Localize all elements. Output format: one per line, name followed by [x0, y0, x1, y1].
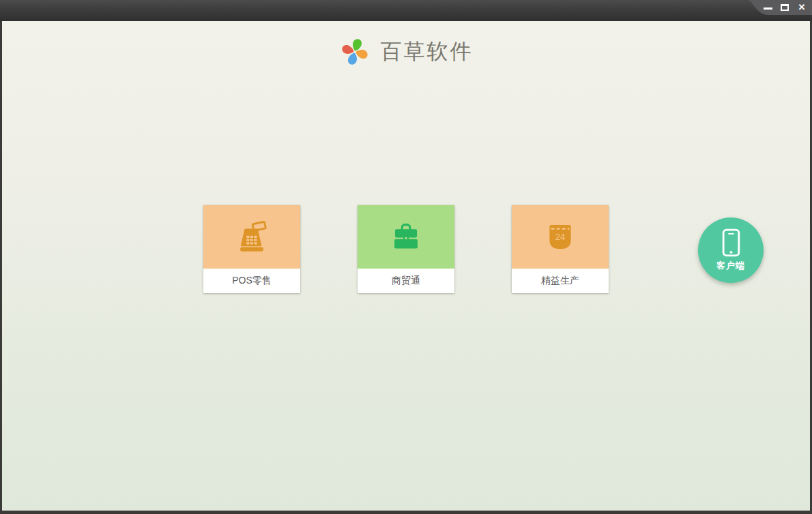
main-content: 百草软件 POS零售	[2, 21, 810, 511]
cash-register-icon	[235, 221, 269, 253]
lean-card-label: 精益生产	[512, 269, 609, 293]
maximize-button[interactable]	[779, 2, 790, 13]
product-card-pos-retail[interactable]: POS零售	[203, 205, 300, 293]
product-card-lean-production[interactable]: 24 精益生产	[512, 205, 609, 293]
pos-tile	[203, 205, 300, 269]
trade-card-label: 商贸通	[358, 269, 454, 293]
pos-card-label: POS零售	[203, 269, 300, 293]
briefcase-icon	[389, 221, 423, 253]
client-button[interactable]: 客户端	[698, 217, 764, 283]
lean-tile: 24	[512, 205, 609, 269]
calendar-icon: 24	[543, 221, 577, 253]
minimize-icon	[764, 7, 772, 10]
app-title: 百草软件	[381, 37, 474, 66]
product-card-trade[interactable]: 商贸通	[358, 205, 454, 293]
maximize-icon	[781, 4, 789, 11]
window-titlebar[interactable]: ✕	[0, 0, 812, 21]
pinwheel-logo-icon	[339, 36, 371, 67]
trade-tile	[358, 205, 454, 269]
calendar-day-number: 24	[555, 232, 565, 242]
close-button[interactable]: ✕	[796, 2, 807, 13]
app-header: 百草软件	[2, 36, 810, 67]
window-controls: ✕	[762, 0, 807, 14]
minimize-button[interactable]	[762, 2, 773, 13]
smartphone-icon	[722, 228, 740, 257]
client-button-label: 客户端	[716, 260, 745, 272]
close-icon: ✕	[798, 3, 806, 12]
